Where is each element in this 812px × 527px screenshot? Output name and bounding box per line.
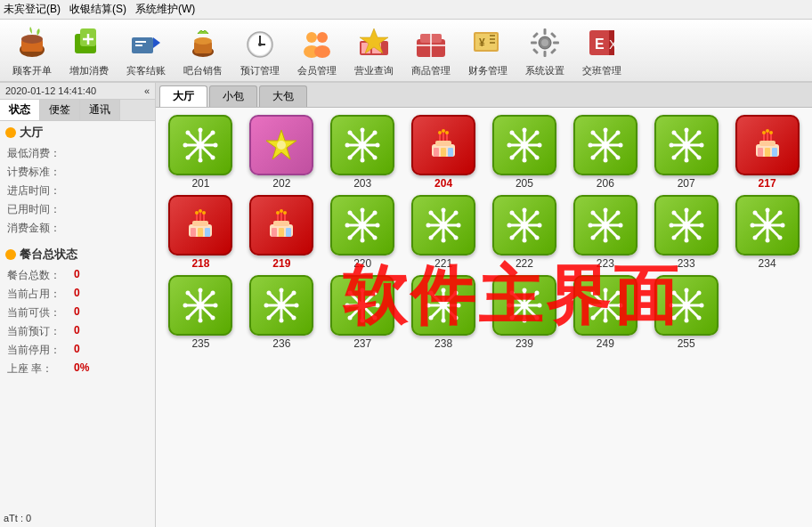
svg-point-102 — [509, 131, 514, 135]
table-cell-203[interactable]: 203 — [325, 115, 401, 190]
amount-label: 消费金额： — [7, 221, 65, 236]
min-consume-label: 最低消费： — [7, 146, 65, 161]
table-cell-201[interactable]: 201 — [163, 115, 239, 190]
tab-status[interactable]: 状态 — [0, 100, 40, 120]
svg-point-63 — [186, 156, 191, 160]
svg-point-299 — [442, 288, 446, 293]
table-cell-202[interactable]: 202 — [244, 115, 320, 190]
table-icon-221 — [411, 195, 475, 255]
table-icon-207 — [654, 115, 719, 175]
svg-rect-83 — [441, 148, 446, 157]
table-cell-217[interactable]: 217 — [729, 115, 805, 190]
svg-point-235 — [671, 236, 676, 240]
collapse-btn[interactable]: « — [144, 85, 150, 96]
toolbar-goods-label: 商品管理 — [411, 64, 451, 77]
table-icon-206 — [573, 115, 637, 175]
svg-point-128 — [669, 143, 673, 148]
svg-point-245 — [750, 223, 754, 228]
svg-rect-138 — [759, 141, 775, 146]
table-number-249: 249 — [597, 337, 614, 350]
svg-point-101 — [537, 143, 541, 148]
tab-comm[interactable]: 通讯 — [80, 100, 120, 120]
table-cell-205[interactable]: 205 — [487, 115, 563, 190]
reserved-row: 当前预订： 0 — [0, 322, 155, 341]
menu-checkin[interactable]: 未宾登记(B) — [4, 2, 61, 17]
right-tab-large[interactable]: 大包 — [259, 85, 307, 107]
right-tab-small[interactable]: 小包 — [209, 85, 257, 107]
svg-point-142 — [762, 131, 766, 134]
svg-point-261 — [186, 291, 191, 296]
svg-point-320 — [534, 316, 539, 320]
svg-point-244 — [765, 239, 769, 243]
svg-point-191 — [429, 211, 434, 215]
table-cell-233[interactable]: 233 — [648, 195, 724, 270]
right-tab-hall[interactable]: 大厅 — [159, 85, 207, 107]
svg-point-172 — [359, 222, 366, 229]
table-cell-220[interactable]: 220 — [325, 195, 401, 270]
svg-point-155 — [202, 211, 206, 215]
svg-point-99 — [522, 158, 526, 163]
svg-point-290 — [373, 291, 378, 296]
goods-icon — [411, 23, 451, 62]
tab-note[interactable]: 便签 — [40, 100, 80, 120]
table-cell-234[interactable]: 234 — [729, 195, 805, 270]
table-number-255: 255 — [678, 337, 695, 350]
table-cell-255[interactable]: 255 — [648, 275, 724, 350]
table-cell-249[interactable]: 249 — [567, 275, 643, 350]
occupied-value: 0 — [74, 287, 80, 302]
toolbar-finance[interactable]: ¥ 财务管理 — [463, 23, 513, 77]
svg-point-153 — [195, 211, 199, 215]
table-cell-219[interactable]: 219 — [244, 195, 320, 270]
toolbar-reservation[interactable]: 预订管理 — [235, 23, 285, 77]
toolbar-member[interactable]: 会员管理 — [292, 23, 342, 77]
svg-point-298 — [440, 302, 447, 309]
menu-cashier[interactable]: 收银结算(S) — [69, 2, 126, 17]
table-cell-239[interactable]: 239 — [487, 275, 563, 350]
toolbar-bar-sales[interactable]: 吧台销售 — [178, 23, 228, 77]
svg-rect-42 — [553, 42, 559, 45]
checkin-label: 进店时间： — [7, 183, 65, 199]
toolbar-goods[interactable]: 商品管理 — [406, 23, 456, 77]
table-cell-204[interactable]: 204 — [406, 115, 482, 190]
available-label: 当前可供： — [7, 305, 74, 320]
toolbar-add-consume[interactable]: 增加消费 — [64, 23, 114, 77]
toolbar-shift[interactable]: E X 交班管理 — [577, 23, 627, 77]
table-cell-207[interactable]: 207 — [648, 115, 724, 190]
svg-point-348 — [696, 316, 701, 320]
toolbar-business[interactable]: 营业查询 — [349, 23, 399, 77]
shift-icon: E X — [582, 23, 621, 62]
svg-rect-135 — [758, 148, 763, 157]
table-cell-222[interactable]: 222 — [487, 195, 563, 270]
table-cell-237[interactable]: 237 — [325, 275, 401, 350]
table-cell-223[interactable]: 223 — [567, 195, 643, 270]
svg-point-154 — [199, 209, 202, 213]
svg-point-327 — [603, 288, 607, 293]
svg-point-130 — [671, 131, 676, 135]
menu-system[interactable]: 系统维护(W) — [135, 2, 195, 17]
table-cell-236[interactable]: 236 — [244, 275, 320, 350]
svg-point-291 — [348, 316, 353, 320]
svg-point-220 — [615, 211, 620, 215]
svg-point-165 — [280, 209, 283, 213]
svg-point-125 — [683, 142, 690, 149]
svg-point-204 — [537, 223, 541, 228]
toolbar-bar-sales-label: 吧台销售 — [183, 64, 223, 77]
svg-point-206 — [534, 211, 539, 215]
table-cell-221[interactable]: 221 — [406, 195, 482, 270]
toolbar-settings[interactable]: 系统设置 — [520, 23, 570, 77]
toolbar-guest-order[interactable]: 顾客开单 — [7, 23, 57, 77]
svg-point-314 — [522, 319, 526, 323]
toolbar-checkout[interactable]: 宾客结账 — [121, 23, 171, 77]
table-cell-218[interactable]: 218 — [163, 195, 239, 270]
table-cell-206[interactable]: 206 — [567, 115, 643, 190]
svg-point-286 — [361, 319, 365, 323]
svg-point-177 — [348, 211, 353, 215]
svg-rect-149 — [192, 221, 208, 226]
svg-point-179 — [348, 236, 353, 240]
datetime-text: 2020-01-12 14:41:40 — [5, 85, 96, 96]
table-cell-238[interactable]: 238 — [406, 275, 482, 350]
table-cell-235[interactable]: 235 — [163, 275, 239, 350]
toolbar-shift-label: 交班管理 — [582, 64, 621, 77]
svg-point-344 — [699, 304, 703, 308]
table-icon-203 — [330, 115, 394, 175]
